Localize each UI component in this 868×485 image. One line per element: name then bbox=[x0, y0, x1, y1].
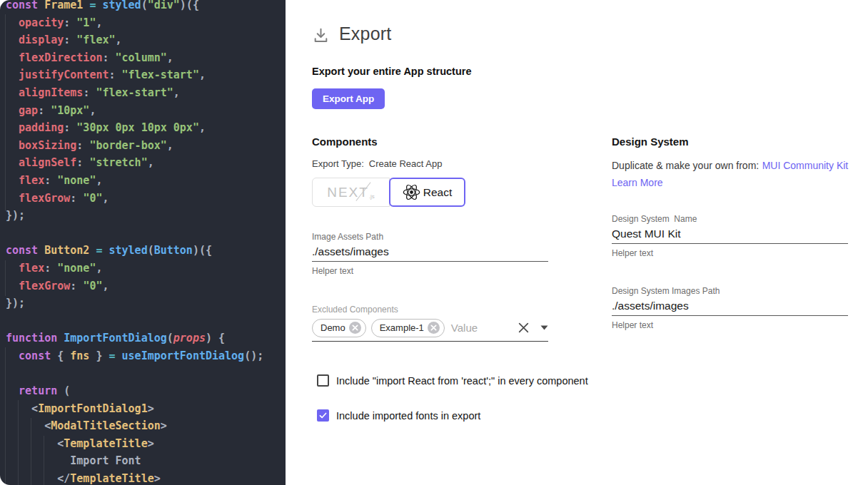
code-line: return ( bbox=[6, 382, 286, 400]
code-line: Import Font bbox=[6, 452, 286, 470]
field-underline bbox=[612, 315, 848, 316]
export-structure-heading: Export your entire App structure bbox=[312, 66, 471, 77]
code-line: padding: "30px 0px 10px 0px", bbox=[6, 119, 286, 137]
checkbox-label: Include "import React from 'react';" in … bbox=[336, 375, 588, 387]
code-line: </TemplateTitle> bbox=[6, 470, 286, 485]
code-line bbox=[6, 225, 286, 242]
export-type-value: Create React App bbox=[369, 158, 443, 169]
code-line: const Button2 = styled(Button)({ bbox=[6, 242, 286, 260]
code-line: flexDirection: "column", bbox=[6, 49, 286, 67]
export-type-label: Export Type: bbox=[312, 158, 364, 169]
field-underline bbox=[312, 261, 548, 262]
checkbox-label: Include imported fonts in export bbox=[336, 410, 480, 422]
checkbox-import-react[interactable]: Include "import React from 'react';" in … bbox=[317, 374, 588, 387]
field-label: Image Assets Path bbox=[312, 232, 548, 242]
framework-option-react[interactable]: React bbox=[389, 178, 465, 207]
code-line: flex: "none", bbox=[6, 172, 286, 190]
field-underline bbox=[312, 341, 548, 342]
combo-placeholder: Value bbox=[451, 322, 478, 334]
helper-text: Helper text bbox=[312, 266, 548, 276]
dropdown-caret-icon[interactable] bbox=[540, 325, 548, 330]
code-line: flex: "none", bbox=[6, 260, 286, 277]
field-underline bbox=[612, 243, 848, 244]
image-assets-path-field: Image Assets Path ./assets/images Helper… bbox=[312, 232, 548, 276]
field-label: Excluded Components bbox=[312, 305, 548, 315]
design-system-images-path-field: Design System Images Path ./assets/image… bbox=[612, 286, 848, 330]
components-heading: Components bbox=[312, 136, 378, 148]
field-value: ./assets/images bbox=[312, 245, 548, 258]
chip-demo[interactable]: Demo bbox=[312, 319, 366, 337]
code-editor-pane[interactable]: const Frame1 = styled("div")({ opacity: … bbox=[0, 0, 286, 485]
helper-text: Helper text bbox=[612, 248, 848, 258]
chip-delete-icon[interactable] bbox=[428, 322, 440, 334]
code-line: boxSizing: "border-box", bbox=[6, 137, 286, 155]
design-system-name-input[interactable]: Quest MUI Kit bbox=[612, 228, 848, 244]
field-value: ./assets/images bbox=[612, 300, 848, 312]
mui-community-kit-link[interactable]: MUI Community Kit bbox=[762, 160, 849, 171]
image-assets-path-input[interactable]: ./assets/images bbox=[312, 245, 548, 262]
code-line bbox=[6, 312, 286, 330]
field-label: Design System Name bbox=[612, 214, 848, 224]
code-line: function ImportFontDialog(props) { bbox=[6, 330, 286, 347]
code-line: <TemplateTitle> bbox=[6, 435, 286, 453]
framework-option-nextjs[interactable]: NEXT.js bbox=[312, 178, 390, 207]
framework-option-label: React bbox=[423, 186, 453, 199]
export-panel: Export Export your entire App structure … bbox=[286, 0, 868, 485]
code-line: flexGrow: "0", bbox=[6, 190, 286, 208]
duplicate-row: Duplicate & make your own from: MUI Comm… bbox=[612, 159, 848, 172]
export-app-button[interactable]: Export App bbox=[312, 88, 385, 109]
checkbox-check-icon bbox=[318, 411, 328, 420]
code-line: const Frame1 = styled("div")({ bbox=[6, 0, 286, 14]
design-system-name-field: Design System Name Quest MUI Kit Helper … bbox=[612, 214, 848, 258]
code-line: gap: "10px", bbox=[6, 102, 286, 120]
app-window: const Frame1 = styled("div")({ opacity: … bbox=[0, 0, 868, 485]
react-atom-icon bbox=[403, 184, 420, 200]
code-line: alignSelf: "stretch", bbox=[6, 154, 286, 172]
field-label: Design System Images Path bbox=[612, 286, 848, 296]
download-icon bbox=[312, 26, 330, 47]
chip-example-1[interactable]: Example-1 bbox=[371, 319, 445, 337]
code-editor[interactable]: const Frame1 = styled("div")({ opacity: … bbox=[6, 0, 286, 485]
checkbox-include-fonts[interactable]: Include imported fonts in export bbox=[317, 409, 480, 422]
code-line: }); bbox=[6, 295, 286, 312]
checkbox-unchecked[interactable] bbox=[317, 374, 329, 387]
duplicate-text: Duplicate & make your own from: bbox=[612, 160, 759, 171]
helper-text: Helper text bbox=[612, 320, 848, 330]
chip-delete-icon[interactable] bbox=[349, 322, 361, 334]
checkbox-checked[interactable] bbox=[317, 409, 329, 422]
design-system-images-path-input[interactable]: ./assets/images bbox=[612, 300, 848, 316]
code-line: alignItems: "flex-start", bbox=[6, 84, 286, 102]
export-type-row: Export Type:Create React App bbox=[312, 158, 442, 169]
code-line: }); bbox=[6, 207, 286, 225]
code-line: <ImportFontDialog1> bbox=[6, 400, 286, 418]
page-title: Export bbox=[339, 24, 391, 44]
code-line: justifyContent: "flex-start", bbox=[6, 66, 286, 84]
nextjs-logo: NEXT.js bbox=[327, 185, 375, 200]
excluded-components-field: Excluded Components Demo Example-1 Value bbox=[312, 305, 548, 342]
framework-toggle: NEXT.js React bbox=[312, 178, 465, 207]
code-line: <ModalTitleSection> bbox=[6, 417, 286, 435]
code-line: flexGrow: "0", bbox=[6, 277, 286, 295]
code-line: opacity: "1", bbox=[6, 14, 286, 32]
code-line bbox=[6, 364, 286, 382]
field-value: Quest MUI Kit bbox=[612, 228, 848, 240]
learn-more-link[interactable]: Learn More bbox=[612, 177, 663, 188]
excluded-components-input[interactable]: Demo Example-1 Value bbox=[312, 318, 548, 337]
clear-icon[interactable] bbox=[518, 322, 530, 334]
code-line: const { fns } = useImportFontDialog(); bbox=[6, 347, 286, 365]
code-line: display: "flex", bbox=[6, 31, 286, 49]
design-system-heading: Design System bbox=[612, 136, 689, 148]
